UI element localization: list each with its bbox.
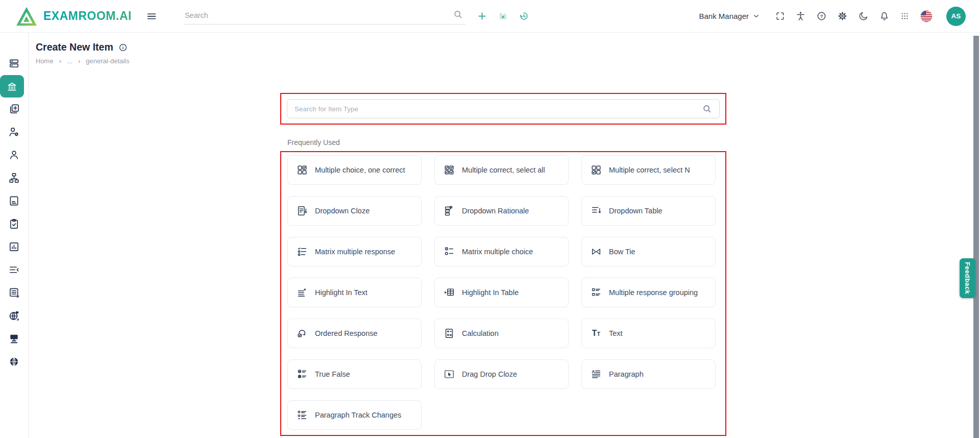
vertical-scrollbar[interactable] [973,36,979,438]
document-icon [8,195,20,207]
sidebar-item-globe-widget[interactable] [0,304,29,327]
card-label: Ordered Response [315,329,378,337]
breadcrumb-ellipsis[interactable]: ... [67,57,72,65]
sidebar-item-globe[interactable] [0,350,29,373]
card-ordered-response[interactable]: Ordered Response [287,319,422,348]
card-text[interactable]: T T Text [581,319,716,348]
svg-text:?: ? [820,13,823,19]
svg-text:A: A [592,369,595,374]
card-label: Text [609,329,623,337]
search-icon[interactable] [453,9,463,20]
breadcrumb-separator: › [59,57,61,65]
card-label: True False [315,370,350,378]
multiple-choice-one-correct-icon [297,164,308,176]
app-logo[interactable]: EXAMROOM.AI [15,6,132,27]
card-highlight-in-text[interactable]: Highlight In Text [287,278,422,307]
clipboard-check-icon [8,218,20,230]
card-multiple-correct-select-all[interactable]: Multiple correct, select all [434,155,569,185]
role-label: Bank Manager [699,12,749,20]
globe-filled-icon [8,356,20,368]
save-icon[interactable] [498,11,508,21]
card-label: Paragraph Track Changes [315,411,401,419]
sidebar-item-server-rack[interactable] [0,52,29,75]
dropdown-cloze-icon [297,205,308,216]
breadcrumb-home[interactable]: Home [36,57,54,65]
search-icon[interactable] [702,104,713,114]
card-paragraph[interactable]: A Paragraph [581,359,716,389]
card-drag-drop-cloze[interactable]: Drag Drop Cloze [434,359,569,389]
card-dropdown-table[interactable]: Dropdown Table [581,196,716,226]
apps-grid-icon[interactable] [900,11,910,21]
item-type-search [287,99,720,118]
multiple-correct-select-all-icon [444,164,455,176]
multiple-correct-select-n-icon [591,164,602,176]
svg-text:T: T [597,331,601,337]
sidebar-item-user[interactable] [0,143,29,166]
sidebar-item-menu-collapse[interactable] [0,258,29,281]
card-matrix-multiple-response[interactable]: Matrix multiple response [287,237,422,266]
breadcrumb: Home › ... › general-details [36,57,130,65]
sidebar-item-add-item[interactable] [0,98,29,120]
card-calculation[interactable]: Calculation [434,319,569,348]
card-label: Multiple correct, select N [609,166,690,174]
global-search-input[interactable] [184,8,465,25]
global-search [184,8,465,25]
card-multiple-correct-select-n[interactable]: Multiple correct, select N [581,155,716,185]
paragraph-track-changes-icon [297,409,308,421]
role-selector[interactable]: Bank Manager [699,12,760,20]
header-quick-actions [477,11,529,21]
accessibility-icon[interactable] [795,11,806,21]
highlight-in-text-icon [297,287,308,298]
ordered-response-icon [297,328,308,339]
drag-drop-cloze-icon [444,369,455,380]
sidebar-item-bank[interactable] [0,75,24,98]
card-label: Dropdown Cloze [315,207,370,215]
card-label: Highlight In Table [462,288,519,297]
add-icon[interactable] [477,11,487,21]
card-label: Matrix multiple choice [462,248,533,256]
help-icon[interactable]: ? [816,11,827,21]
sidebar-item-hierarchy[interactable] [0,166,29,189]
sidebar-item-user-settings[interactable] [0,120,29,143]
card-multiple-choice-one-correct[interactable]: Multiple choice, one correct [287,155,422,185]
globe-widget-icon [8,310,20,322]
card-true-false[interactable]: True False [287,359,422,389]
sidebar-item-list[interactable] [0,281,29,304]
text-icon: T T [591,328,602,339]
user-gear-icon [8,126,20,138]
card-bow-tie[interactable]: Bow Tie [581,237,716,266]
item-type-grid: Multiple choice, one correct Multiple co… [287,155,716,430]
sidebar-item-chart[interactable] [0,235,29,258]
sidebar-item-document[interactable] [0,189,29,212]
feedback-button[interactable]: Feedback [960,258,975,298]
settings-icon[interactable] [837,11,848,21]
card-dropdown-cloze[interactable]: Dropdown Cloze [287,196,422,226]
card-label: Calculation [462,329,499,337]
left-sidebar [0,33,29,438]
hamburger-menu-icon[interactable] [146,11,157,22]
card-label: Multiple correct, select all [462,166,545,174]
header-right-icons: ? [775,7,966,26]
card-multiple-response-grouping[interactable]: Multiple response grouping [581,278,716,307]
card-label: Paragraph [609,370,644,378]
dropdown-rationale-icon [444,205,455,216]
card-paragraph-track-changes[interactable]: Paragraph Track Changes [287,400,422,430]
server-rack-icon [8,58,20,69]
sidebar-item-server-network[interactable] [0,327,29,350]
logo-text: EXAMROOM.AI [43,9,132,23]
multiple-response-grouping-icon [591,287,602,298]
dark-mode-icon[interactable] [858,11,869,21]
fullscreen-icon[interactable] [775,11,785,21]
card-label: Matrix multiple response [315,248,395,256]
history-icon[interactable] [519,11,529,21]
card-highlight-in-table[interactable]: Highlight In Table [434,278,569,307]
card-matrix-multiple-choice[interactable]: Matrix multiple choice [434,237,569,266]
avatar[interactable]: AS [946,7,966,26]
sidebar-item-clipboard-check[interactable] [0,212,29,235]
info-icon[interactable] [118,43,128,52]
us-flag-icon[interactable] [920,10,933,23]
card-dropdown-rationale[interactable]: Dropdown Rationale [434,196,569,226]
item-type-search-input[interactable] [295,105,702,113]
server-network-icon [8,333,20,345]
notifications-icon[interactable] [879,11,890,21]
